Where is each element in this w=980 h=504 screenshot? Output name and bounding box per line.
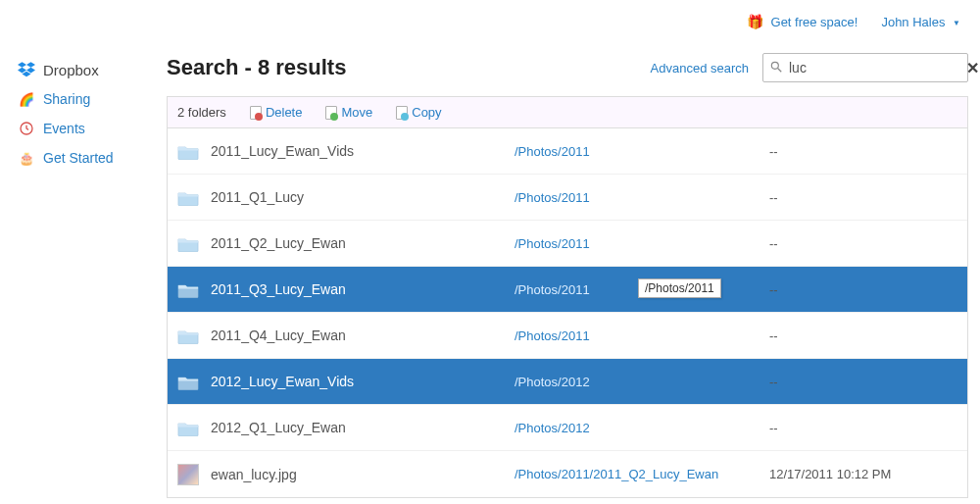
- item-path[interactable]: /Photos/2012: [514, 421, 769, 435]
- table-row[interactable]: 2011_Q4_Lucy_Ewan/Photos/2011--: [168, 313, 967, 359]
- item-name: 2011_Q3_Lucy_Ewan: [211, 281, 514, 297]
- copy-icon: [396, 106, 408, 120]
- advanced-search-link[interactable]: Advanced search: [651, 61, 749, 76]
- item-path[interactable]: /Photos/2011: [514, 144, 769, 159]
- table-row[interactable]: 2011_Q2_Lucy_Ewan/Photos/2011--: [168, 221, 967, 267]
- dropbox-icon: [18, 61, 35, 78]
- clear-search-icon[interactable]: ✕: [966, 59, 979, 77]
- selection-count: 2 folders: [177, 105, 226, 120]
- item-modified: --: [769, 144, 967, 159]
- item-name: 2011_Q4_Lucy_Ewan: [211, 328, 514, 343]
- svg-point-1: [771, 62, 778, 69]
- sidebar: Dropbox 🌈 Sharing Events 🎂 Get Started: [0, 35, 167, 504]
- item-path[interactable]: /Photos/2011: [514, 328, 769, 343]
- item-name: 2011_Q1_Lucy: [211, 189, 514, 205]
- search-box[interactable]: ✕: [762, 53, 968, 82]
- folder-icon: [177, 281, 199, 298]
- user-name: John Hales: [881, 15, 945, 29]
- copy-label: Copy: [412, 105, 441, 120]
- sidebar-item-label: Sharing: [43, 91, 90, 107]
- item-modified: 12/17/2011 10:12 PM: [769, 467, 967, 481]
- delete-label: Delete: [266, 105, 303, 120]
- sidebar-item-getstarted[interactable]: 🎂 Get Started: [14, 143, 157, 173]
- sidebar-item-sharing[interactable]: 🌈 Sharing: [14, 84, 157, 114]
- results-list: 2011_Lucy_Ewan_Vids/Photos/2011--2011_Q1…: [167, 128, 968, 498]
- item-modified: --: [769, 282, 967, 297]
- gift-icon: 🎁: [747, 14, 763, 29]
- action-bar: 2 folders Delete Move Copy: [167, 96, 968, 128]
- move-label: Move: [341, 105, 372, 120]
- item-modified: --: [769, 421, 967, 435]
- folder-icon: [177, 328, 199, 344]
- path-tooltip: /Photos/2011: [638, 278, 721, 298]
- item-name: ewan_lucy.jpg: [211, 467, 514, 482]
- item-path[interactable]: /Photos/2011: [514, 236, 769, 251]
- sidebar-item-label: Get Started: [43, 150, 114, 166]
- item-modified: --: [769, 328, 967, 343]
- item-path[interactable]: /Photos/2011/2011_Q2_Lucy_Ewan: [514, 467, 769, 481]
- item-modified: --: [769, 190, 967, 205]
- move-button[interactable]: Move: [325, 105, 372, 120]
- copy-button[interactable]: Copy: [396, 105, 441, 120]
- clock-icon: [18, 120, 35, 137]
- cake-icon: 🎂: [18, 149, 35, 167]
- folder-icon: [177, 235, 199, 252]
- item-name: 2012_Q1_Lucy_Ewan: [211, 420, 514, 435]
- sidebar-item-label: Dropbox: [43, 62, 99, 78]
- item-name: 2011_Lucy_Ewan_Vids: [211, 143, 514, 159]
- move-icon: [325, 106, 337, 120]
- sidebar-item-events[interactable]: Events: [14, 114, 157, 143]
- item-name: 2012_Lucy_Ewan_Vids: [211, 374, 514, 389]
- item-modified: --: [769, 236, 967, 251]
- table-row[interactable]: 2011_Q1_Lucy/Photos/2011--: [168, 175, 967, 221]
- svg-line-2: [778, 68, 782, 72]
- user-menu[interactable]: John Hales ▼: [881, 15, 960, 29]
- free-space-label: Get free space!: [771, 15, 858, 29]
- search-icon: [769, 60, 783, 76]
- table-row[interactable]: ewan_lucy.jpg/Photos/2011/2011_Q2_Lucy_E…: [168, 451, 967, 497]
- table-row[interactable]: 2011_Q3_Lucy_Ewan/Photos/2011--/Photos/2…: [168, 267, 967, 313]
- table-row[interactable]: 2012_Q1_Lucy_Ewan/Photos/2012--: [168, 405, 967, 451]
- item-name: 2011_Q2_Lucy_Ewan: [211, 235, 514, 251]
- free-space-link[interactable]: 🎁 Get free space!: [747, 14, 858, 29]
- folder-icon: [177, 189, 199, 206]
- delete-icon: [250, 106, 262, 120]
- search-input[interactable]: [783, 60, 966, 76]
- sidebar-item-dropbox[interactable]: Dropbox: [14, 55, 157, 84]
- sidebar-item-label: Events: [43, 121, 85, 136]
- chevron-down-icon: ▼: [953, 19, 960, 27]
- delete-button[interactable]: Delete: [250, 105, 303, 120]
- item-path[interactable]: /Photos/2011: [514, 190, 769, 205]
- folder-icon: [177, 374, 199, 390]
- page-title: Search - 8 results: [167, 55, 346, 80]
- folder-icon: [177, 420, 199, 436]
- table-row[interactable]: 2012_Lucy_Ewan_Vids/Photos/2012--: [168, 359, 967, 405]
- item-modified: --: [769, 375, 967, 389]
- item-path[interactable]: /Photos/2012: [514, 375, 769, 389]
- rainbow-icon: 🌈: [18, 90, 35, 108]
- table-row[interactable]: 2011_Lucy_Ewan_Vids/Photos/2011--: [168, 128, 967, 175]
- folder-icon: [177, 143, 199, 160]
- image-thumbnail-icon: [177, 464, 199, 485]
